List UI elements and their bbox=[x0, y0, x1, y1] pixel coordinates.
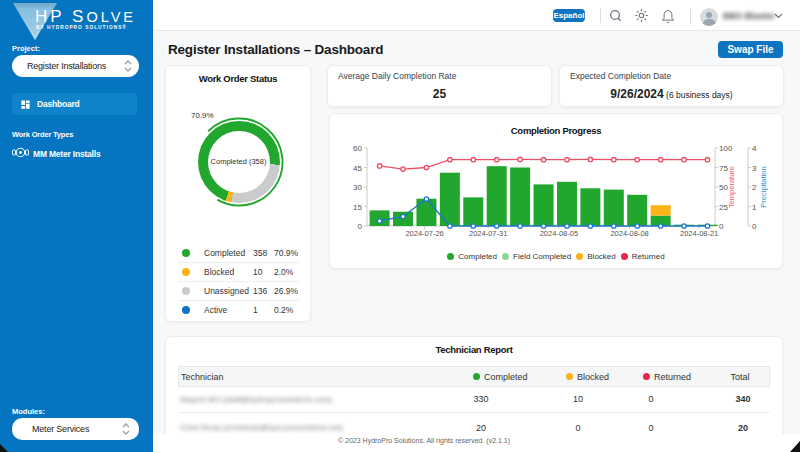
svg-text:15: 15 bbox=[353, 203, 362, 212]
svg-text:0: 0 bbox=[752, 222, 757, 231]
svg-text:2024-08-05: 2024-08-05 bbox=[540, 229, 578, 238]
svg-text:2024-07-31: 2024-07-31 bbox=[469, 229, 507, 238]
svg-text:Precipitation: Precipitation bbox=[759, 166, 768, 207]
svg-text:1: 1 bbox=[752, 203, 757, 212]
svg-text:0: 0 bbox=[358, 222, 363, 231]
svg-text:BY HYDROPRO SOLUTIONS®: BY HYDROPRO SOLUTIONS® bbox=[36, 24, 127, 30]
svg-text:4: 4 bbox=[752, 144, 757, 153]
svg-text:3: 3 bbox=[752, 164, 757, 173]
svg-text:2024-08-08: 2024-08-08 bbox=[610, 229, 648, 238]
svg-text:100: 100 bbox=[719, 144, 733, 153]
svg-text:60: 60 bbox=[353, 144, 362, 153]
svg-text:0: 0 bbox=[719, 222, 724, 231]
svg-text:HP SOLVE: HP SOLVE bbox=[35, 7, 136, 26]
svg-text:2024-08-21: 2024-08-21 bbox=[680, 229, 718, 238]
svg-text:2024-07-26: 2024-07-26 bbox=[405, 229, 443, 238]
svg-text:45: 45 bbox=[353, 164, 362, 173]
svg-text:2: 2 bbox=[752, 183, 757, 192]
svg-text:30: 30 bbox=[353, 183, 362, 192]
svg-text:Temperature: Temperature bbox=[727, 166, 736, 208]
